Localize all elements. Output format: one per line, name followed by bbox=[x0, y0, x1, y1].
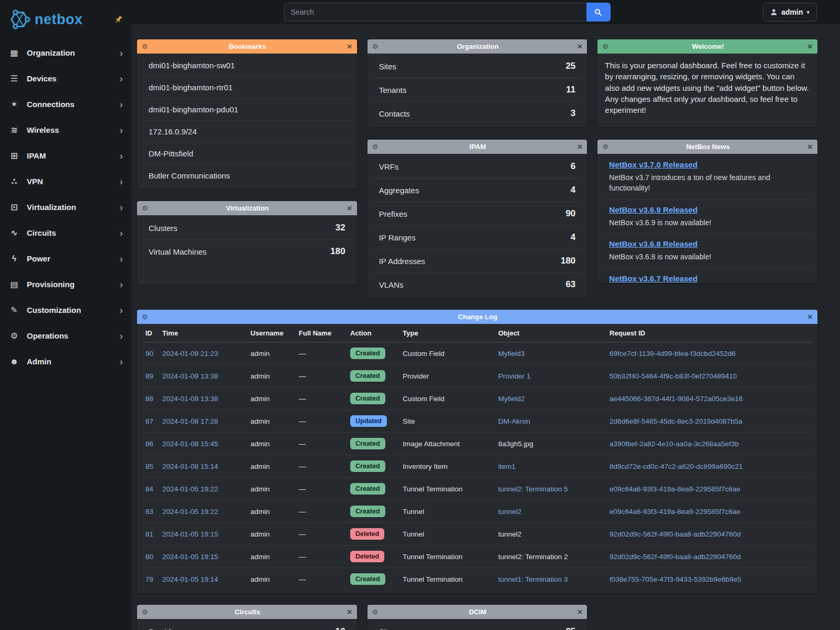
request-id-link[interactable]: 2d6d6e8f-5465-45dc-8ec3-2019d4087b5a bbox=[610, 417, 742, 425]
changelog-time-link[interactable]: 2024-01-08 15:45 bbox=[162, 440, 218, 448]
close-icon[interactable]: × bbox=[347, 607, 352, 616]
sidebar-item-admin[interactable]: ☻Admin› bbox=[0, 349, 131, 374]
object-link[interactable]: item1 bbox=[498, 463, 516, 470]
stat-value-link[interactable]: 32 bbox=[335, 223, 345, 233]
bookmark-link[interactable]: 172.16.0.9/24 bbox=[142, 121, 352, 143]
bookmark-link[interactable]: dmi01-binghamton-rtr01 bbox=[142, 77, 352, 99]
stat-value-link[interactable]: 6 bbox=[571, 161, 575, 172]
gear-icon[interactable]: ⚙ bbox=[372, 143, 379, 150]
news-headline-link[interactable]: NetBox v3.6.7 Released bbox=[609, 274, 697, 283]
object-link[interactable]: Myfield3 bbox=[498, 350, 524, 358]
sidebar-item-connections[interactable]: ✶Connections› bbox=[0, 91, 131, 117]
changelog-time-link[interactable]: 2024-01-09 13:38 bbox=[162, 395, 218, 403]
close-icon[interactable]: × bbox=[807, 142, 813, 151]
changelog-id-link[interactable]: 84 bbox=[145, 485, 153, 493]
user-menu-button[interactable]: admin ▾ bbox=[763, 3, 817, 22]
close-icon[interactable]: × bbox=[347, 42, 352, 51]
sidebar-item-vpn[interactable]: ∴VPN› bbox=[0, 169, 131, 194]
stat-value-link[interactable]: 25 bbox=[565, 626, 575, 630]
main-content[interactable]: ⚙ Bookmarks × dmi01-binghamton-sw01dmi01… bbox=[131, 24, 840, 630]
bookmark-link[interactable]: dmi01-binghamton-sw01 bbox=[142, 55, 352, 77]
stat-value-link[interactable]: 180 bbox=[330, 246, 345, 257]
request-id-link[interactable]: e09c64a6-93f3-419a-8ea9-229585f7c6ae bbox=[610, 485, 740, 493]
changelog-time-link[interactable]: 2024-01-05 19:15 bbox=[162, 530, 218, 538]
close-icon[interactable]: × bbox=[577, 142, 582, 151]
search-button[interactable] bbox=[586, 3, 611, 22]
changelog-time-link[interactable]: 2024-01-05 19:22 bbox=[162, 508, 218, 516]
sidebar-item-power[interactable]: ϟPower› bbox=[0, 246, 131, 271]
close-icon[interactable]: × bbox=[347, 204, 352, 213]
gear-icon[interactable]: ⚙ bbox=[142, 43, 148, 50]
request-id-link[interactable]: 50b32f40-5464-4f9c-b83f-0ef270489410 bbox=[610, 372, 737, 380]
gear-icon[interactable]: ⚙ bbox=[602, 143, 608, 150]
changelog-id-link[interactable]: 79 bbox=[145, 575, 153, 583]
changelog-id-link[interactable]: 85 bbox=[145, 463, 153, 470]
gear-icon[interactable]: ⚙ bbox=[142, 313, 148, 320]
changelog-time-link[interactable]: 2024-01-05 19:15 bbox=[162, 553, 218, 561]
request-id-link[interactable]: a390fbef-2a82-4e10-aa0a-3c268aa5ef3b bbox=[610, 440, 739, 448]
bookmark-link[interactable]: dmi01-binghamton-pdu01 bbox=[142, 99, 352, 121]
sidebar-item-ipam[interactable]: ⊞IPAM› bbox=[0, 143, 131, 169]
gear-icon[interactable]: ⚙ bbox=[142, 205, 148, 212]
changelog-id-link[interactable]: 80 bbox=[145, 553, 153, 561]
object-link[interactable]: DM-Akron bbox=[498, 417, 530, 425]
sidebar-item-circuits[interactable]: ∿Circuits› bbox=[0, 220, 131, 246]
changelog-id-link[interactable]: 86 bbox=[145, 440, 153, 448]
news-headline-link[interactable]: NetBox v3.6.8 Released bbox=[609, 239, 697, 248]
close-icon[interactable]: × bbox=[807, 312, 813, 321]
stat-value-link[interactable]: 3 bbox=[571, 108, 575, 119]
sidebar-item-wireless[interactable]: ≋Wireless› bbox=[0, 117, 131, 143]
changelog-time-link[interactable]: 2024-01-08 15:14 bbox=[162, 463, 218, 470]
request-id-link[interactable]: e09c64a6-93f3-419a-8ea9-229585f7c6ae bbox=[610, 508, 740, 516]
stat-value-link[interactable]: 90 bbox=[565, 208, 575, 219]
stat-value-link[interactable]: 11 bbox=[566, 85, 575, 95]
news-headline-link[interactable]: NetBox v3.6.9 Released bbox=[609, 205, 697, 214]
sidebar-item-operations[interactable]: ⚙Operations› bbox=[0, 323, 131, 349]
search-input[interactable] bbox=[284, 3, 586, 22]
bookmark-link[interactable]: DM-Pittsfield bbox=[142, 143, 352, 165]
netbox-logo[interactable]: netbox bbox=[0, 0, 131, 40]
changelog-id-link[interactable]: 90 bbox=[145, 350, 153, 358]
sidebar-item-provisioning[interactable]: ▤Provisioning› bbox=[0, 271, 131, 297]
request-id-link[interactable]: ae445066-387d-44f1-9084-572a05ce3e16 bbox=[610, 395, 743, 403]
changelog-id-link[interactable]: 83 bbox=[145, 508, 153, 516]
changelog-id-link[interactable]: 81 bbox=[145, 530, 153, 538]
stat-value-link[interactable]: 25 bbox=[565, 61, 575, 71]
gear-icon[interactable]: ⚙ bbox=[602, 43, 608, 50]
changelog-id-link[interactable]: 89 bbox=[145, 372, 153, 380]
request-id-link[interactable]: 8d9cd72e-cd0c-47c2-a620-dc899a690c21 bbox=[610, 463, 743, 470]
object-link[interactable]: Provider 1 bbox=[498, 372, 531, 380]
gear-icon[interactable]: ⚙ bbox=[372, 608, 379, 615]
changelog-id-link[interactable]: 87 bbox=[145, 417, 153, 425]
stat-value-link[interactable]: 180 bbox=[561, 256, 575, 266]
pin-icon[interactable] bbox=[114, 15, 123, 24]
request-id-link[interactable]: f038e755-705e-47f3-9433-5392b9e6b9e5 bbox=[610, 575, 741, 583]
stat-value-link[interactable]: 4 bbox=[571, 232, 575, 243]
changelog-time-link[interactable]: 2024-01-05 19:22 bbox=[162, 485, 218, 493]
changelog-id-link[interactable]: 88 bbox=[145, 395, 153, 403]
gear-icon[interactable]: ⚙ bbox=[142, 608, 148, 615]
bookmark-link[interactable]: Butler Communications bbox=[142, 165, 352, 186]
close-icon[interactable]: × bbox=[577, 42, 582, 51]
sidebar-item-devices[interactable]: ☰Devices› bbox=[0, 66, 131, 91]
changelog-time-link[interactable]: 2024-01-09 21:23 bbox=[162, 350, 218, 358]
sidebar-item-virtualization[interactable]: ⊡Virtualization› bbox=[0, 194, 131, 220]
sidebar-item-organization[interactable]: ▦Organization› bbox=[0, 40, 131, 66]
stat-value-link[interactable]: 10 bbox=[335, 626, 345, 630]
object-link[interactable]: tunnel2: Termination 5 bbox=[498, 485, 568, 493]
object-link[interactable]: tunnel1: Termination 3 bbox=[498, 575, 568, 583]
sidebar-item-customization[interactable]: ✎Customization› bbox=[0, 297, 131, 323]
request-id-link[interactable]: 92d02d9c-562f-49f0-baa8-adb22904760d bbox=[610, 530, 741, 538]
gear-icon[interactable]: ⚙ bbox=[372, 43, 379, 50]
object-link[interactable]: Myfield2 bbox=[498, 395, 524, 403]
close-icon[interactable]: × bbox=[577, 607, 582, 616]
stat-value-link[interactable]: 63 bbox=[565, 279, 575, 290]
changelog-time-link[interactable]: 2024-01-08 17:28 bbox=[162, 417, 218, 425]
news-headline-link[interactable]: NetBox v3.7.0 Released bbox=[609, 160, 697, 169]
stat-value-link[interactable]: 4 bbox=[571, 185, 575, 195]
request-id-link[interactable]: 92d02d9c-562f-49f0-baa8-adb22904760d bbox=[610, 553, 741, 561]
changelog-time-link[interactable]: 2024-01-09 13:38 bbox=[162, 372, 218, 380]
close-icon[interactable]: × bbox=[807, 42, 813, 51]
request-id-link[interactable]: 69fce7cf-1139-4d99-bfea-f3dcbd2452d6 bbox=[610, 350, 736, 358]
object-link[interactable]: tunnel2 bbox=[498, 508, 521, 516]
